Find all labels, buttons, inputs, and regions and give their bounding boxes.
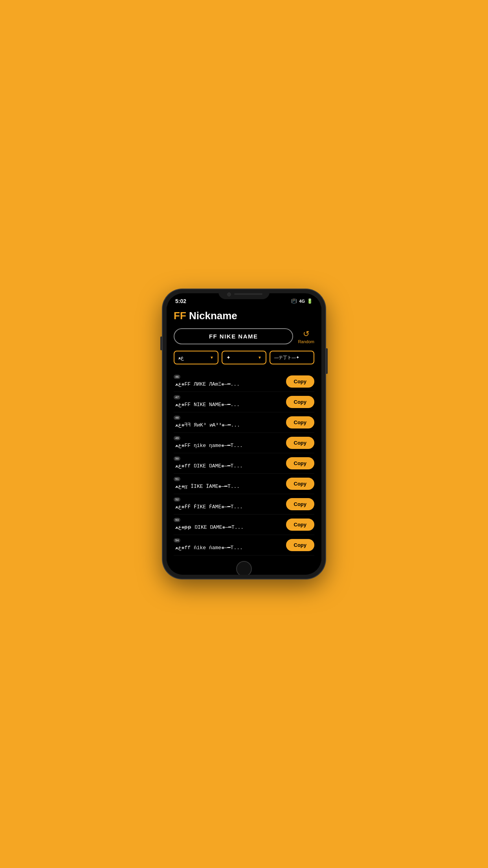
phone-frame: 5:02 📳 4G 🔋 FF Nickname FF NIKE NAME ↺ R… — [163, 289, 325, 579]
home-indicator — [167, 563, 321, 575]
copy-button[interactable]: Copy — [286, 457, 315, 469]
nickname-text: ﻉﻌ❋ᵽᵽ ŊIKE ŊAME❋—━T... — [174, 519, 260, 530]
dropdown-label-2: ✦ — [226, 355, 231, 360]
copy-button[interactable]: Copy — [286, 498, 315, 510]
row-number: 53 — [174, 518, 180, 522]
front-camera — [227, 292, 231, 296]
copy-button[interactable]: Copy — [286, 519, 315, 531]
status-time: 5:02 — [175, 298, 186, 304]
chevron-down-icon-2: ▼ — [258, 355, 262, 360]
table-row: 50 ﻉﻌ❋ff ŊIKE ŊAME❋—━T... Copy — [174, 453, 314, 474]
nickname-text: ﻉﻌ❋ff ṅike ṅame❋—━T... — [174, 540, 260, 551]
copy-button[interactable]: Copy — [286, 478, 315, 490]
row-number: 47 — [174, 395, 180, 399]
table-row: 52 ﻉﻌ❋ḞḞ ḞIKE ḞAME❋—━T... Copy — [174, 494, 314, 515]
network-icon: 4G — [299, 299, 305, 303]
copy-button[interactable]: Copy — [286, 416, 315, 428]
row-number: 49 — [174, 436, 180, 440]
nickname-text: ﻉﻌ❋ff ŊIKE ŊAME❋—━T... — [174, 458, 260, 469]
nickname-text: ﻉﻌ❋ḞḞ ḞIKE ḞAME❋—━T... — [174, 499, 260, 510]
title-rest: Nickname — [186, 310, 237, 322]
home-button[interactable] — [236, 561, 252, 575]
dropdown-style3[interactable]: —テ丁ト—✦ — [270, 351, 314, 364]
random-label: Random — [298, 339, 314, 344]
phone-screen: 5:02 📳 4G 🔋 FF Nickname FF NIKE NAME ↺ R… — [167, 293, 321, 575]
ff-nike-button[interactable]: FF NIKE NAME — [174, 328, 293, 344]
dropdown-row: ﻉﻌ ▼ ✦ ▼ —テ丁ト—✦ — [174, 351, 314, 364]
random-icon: ↺ — [303, 329, 310, 338]
page-title: FF Nickname — [174, 310, 314, 322]
main-button-row: FF NIKE NAME ↺ Random — [174, 328, 314, 344]
nickname-text: ﻉﻌ❋ᖷᖷ ЯᴎKᴲ ᴎAᴲᴲ❋—━... — [174, 417, 260, 428]
nickname-text: ﻉﻌ❋FF ЛИКE ЛАmΞ❋—━... — [174, 376, 260, 387]
title-ff: FF — [174, 310, 186, 322]
copy-button[interactable]: Copy — [286, 437, 315, 449]
table-row: 48 ﻉﻌ❋ᖷᖷ ЯᴎKᴲ ᴎAᴲᴲ❋—━... Copy — [174, 412, 314, 433]
table-row: 46 ﻉﻌ❋FF ЛИКE ЛАmΞ❋—━... Copy — [174, 371, 314, 392]
copy-button[interactable]: Copy — [286, 396, 315, 408]
table-row: 47 ﻉﻌ❋FF NIKE NAME❋—━... Copy — [174, 392, 314, 412]
dropdown-label-3: —テ丁ト—✦ — [274, 355, 299, 360]
copy-button[interactable]: Copy — [286, 375, 315, 388]
dropdown-style1[interactable]: ﻉﻌ ▼ — [174, 351, 218, 364]
copy-button[interactable]: Copy — [286, 539, 315, 551]
battery-icon: 🔋 — [307, 298, 313, 304]
dropdown-style2[interactable]: ✦ ▼ — [222, 351, 266, 364]
vibrate-icon: 📳 — [291, 298, 297, 304]
notch — [218, 289, 270, 299]
row-number: 46 — [174, 375, 180, 379]
nickname-text: ﻉﻌ❋FF ηike ηame❋—━T... — [174, 438, 260, 449]
table-row: 53 ﻉﻌ❋ᵽᵽ ŊIKE ŊAME❋—━T... Copy — [174, 515, 314, 535]
row-number: 54 — [174, 538, 180, 542]
dropdown-label-1: ﻉﻌ — [178, 355, 184, 360]
row-number: 48 — [174, 416, 180, 420]
nickname-text: ﻉﻌ❋FF NIKE NAME❋—━... — [174, 397, 260, 408]
row-number: 52 — [174, 497, 180, 502]
app-content: FF Nickname FF NIKE NAME ↺ Random ﻉﻌ ▼ ✦… — [167, 307, 321, 563]
table-row: 51 ﻉﻌ❋ꝼꝼ ΪIKE ΪAME❋—━T... Copy — [174, 474, 314, 494]
table-row: 49 ﻉﻌ❋FF ηike ηame❋—━T... Copy — [174, 433, 314, 453]
nickname-text: ﻉﻌ❋ꝼꝼ ΪIKE ΪAME❋—━T... — [174, 478, 260, 489]
status-icons: 📳 4G 🔋 — [291, 298, 313, 304]
speaker — [234, 293, 262, 295]
table-row: 54 ﻉﻌ❋ff ṅike ṅame❋—━T... Copy — [174, 535, 314, 555]
row-number: 51 — [174, 477, 180, 481]
chevron-down-icon-1: ▼ — [210, 355, 214, 360]
random-button[interactable]: ↺ Random — [298, 329, 314, 344]
row-number: 50 — [174, 456, 180, 461]
nickname-list: 46 ﻉﻌ❋FF ЛИКE ЛАmΞ❋—━... Copy 47 ﻉﻌ❋FF N… — [174, 371, 314, 555]
